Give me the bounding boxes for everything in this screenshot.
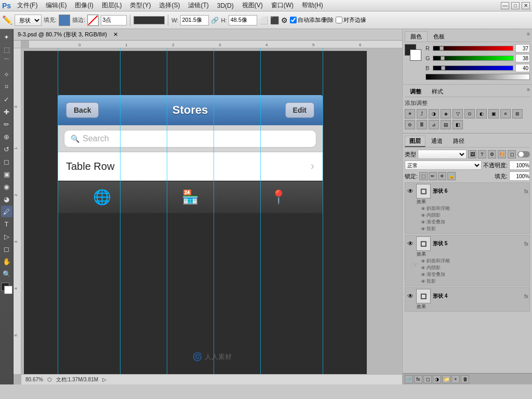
selection-tool[interactable]: ⬚ xyxy=(1,44,12,55)
link-layers-button[interactable]: 🔗 xyxy=(405,375,413,383)
link-icon[interactable]: 🔗 xyxy=(211,17,219,24)
history-tool[interactable]: ↺ xyxy=(1,143,12,155)
menu-window[interactable]: 窗口(W) xyxy=(269,1,296,10)
selective-color-icon[interactable]: ◧ xyxy=(453,120,463,129)
eye-icon-effect1[interactable]: 👁 xyxy=(421,206,425,211)
blur-tool[interactable]: ◉ xyxy=(1,181,12,192)
menu-select[interactable]: 选择(S) xyxy=(157,1,182,10)
eyedropper-tool[interactable]: ✓ xyxy=(1,94,12,105)
tab-location[interactable]: 📍 xyxy=(234,189,323,205)
adjustment-layer-button[interactable]: ◑ xyxy=(433,375,441,383)
opacity-input[interactable] xyxy=(509,161,530,170)
align-icon2[interactable]: ⬛ xyxy=(270,16,279,24)
fx-label-shape4[interactable]: fx xyxy=(524,294,528,299)
eye-icon-shape5[interactable]: 👁 xyxy=(406,240,415,248)
channelmix-icon[interactable]: ≡ xyxy=(500,109,511,118)
swatches-tab[interactable]: 色板 xyxy=(428,31,450,42)
layer-item-shape5-header[interactable]: 👁 🔲 形状 5 fx xyxy=(406,236,528,251)
filter-toggle[interactable] xyxy=(517,151,530,157)
bw-icon[interactable]: ◐ xyxy=(476,109,487,118)
eye-icon-shape4[interactable]: 👁 xyxy=(406,292,415,300)
lock-all-icon[interactable]: 🔒 xyxy=(447,172,456,180)
menu-edit[interactable]: 编辑(E) xyxy=(44,1,69,10)
width-input[interactable] xyxy=(180,15,209,25)
zoom-tool[interactable]: 🔍 xyxy=(1,268,12,280)
eye-icon-shape5-e1[interactable]: 👁 xyxy=(421,259,425,264)
threshold-icon[interactable]: ⊿ xyxy=(429,120,439,129)
eye-icon-shape5-e4[interactable]: 👁 xyxy=(421,279,425,284)
close-button[interactable]: ✕ xyxy=(522,2,530,9)
delete-layer-button[interactable]: 🗑 xyxy=(461,375,469,383)
add-style-button[interactable]: fx xyxy=(414,375,422,383)
gradient-map-icon[interactable]: ▤ xyxy=(441,120,451,129)
filter-icon4[interactable]: 🎨 xyxy=(498,150,506,158)
maximize-button[interactable]: □ xyxy=(511,2,520,9)
lock-pixels-icon[interactable]: ✏ xyxy=(429,172,437,180)
brush-tool[interactable]: ✏ xyxy=(1,118,12,130)
pen-tool[interactable]: 🖊 xyxy=(1,206,12,217)
add-mask-button[interactable]: ◻ xyxy=(423,375,432,383)
back-button[interactable]: Back xyxy=(66,102,99,118)
menu-3d[interactable]: 3D(D) xyxy=(215,2,236,9)
r-slider[interactable] xyxy=(433,46,513,51)
tab-store[interactable]: 🏪 xyxy=(146,189,234,205)
path-tool[interactable]: ▷ xyxy=(1,231,12,242)
colormatch-icon[interactable]: ⊞ xyxy=(512,109,523,118)
clone-tool[interactable]: ⊕ xyxy=(1,131,12,142)
move-tool[interactable]: ✦ xyxy=(1,31,12,43)
eraser-tool[interactable]: ◻ xyxy=(1,156,12,167)
filter-icon5[interactable]: ◻ xyxy=(508,150,516,158)
eye-icon-effect3[interactable]: 👁 xyxy=(421,220,425,225)
eye-icon-effect4[interactable]: 👁 xyxy=(421,227,425,232)
dodge-tool[interactable]: ◕ xyxy=(1,193,12,205)
styles-tab[interactable]: 样式 xyxy=(427,87,448,97)
stroke-swatch[interactable] xyxy=(87,15,99,26)
menu-type[interactable]: 类型(Y) xyxy=(128,1,153,10)
height-input[interactable] xyxy=(229,15,257,25)
menu-view[interactable]: 视图(V) xyxy=(240,1,265,10)
adj-panel-options[interactable]: ≡ xyxy=(527,87,530,92)
nav-arrow[interactable]: ▷ xyxy=(102,377,107,382)
filter-select[interactable] xyxy=(418,150,467,159)
vibrance-icon[interactable]: ◈ xyxy=(441,109,451,118)
search-input-field[interactable]: 🔍 Search xyxy=(64,130,316,148)
foreground-bg-swatch[interactable] xyxy=(1,283,12,294)
shape-tool[interactable]: ◻ xyxy=(1,243,12,255)
hsl-icon[interactable]: ▽ xyxy=(453,109,463,118)
eye-icon-shape6[interactable]: 👁 xyxy=(406,187,415,195)
g-value[interactable] xyxy=(515,54,530,62)
canvas-area[interactable]: 9-3.psd @ 80.7% (形状 3, RGB/8#) ✕ 0 1 2 3… xyxy=(14,29,402,384)
magic-wand-tool[interactable]: ✧ xyxy=(1,69,12,80)
paths-tab[interactable]: 路径 xyxy=(448,136,469,147)
menu-help[interactable]: 帮助(H) xyxy=(300,1,325,10)
fx-label-shape6[interactable]: fx xyxy=(524,189,528,194)
colorbalance-icon[interactable]: ⊙ xyxy=(464,109,475,118)
gradient-tool[interactable]: ▣ xyxy=(1,168,12,180)
shape-select[interactable]: 形状 xyxy=(15,15,42,26)
settings-icon[interactable]: ⚙ xyxy=(281,16,288,24)
layers-tab[interactable]: 图层 xyxy=(405,136,425,147)
color-panel-options[interactable]: ≡ xyxy=(527,31,530,37)
new-group-button[interactable]: 📁 xyxy=(442,375,450,383)
curves-icon[interactable]: ⤴ xyxy=(417,109,427,118)
r-value[interactable] xyxy=(515,44,530,52)
filter-icon3[interactable]: ⚙ xyxy=(488,150,496,158)
align-edges-checkbox[interactable]: 对齐边缘 xyxy=(336,16,366,24)
lasso-tool[interactable]: ⌒ xyxy=(1,56,12,68)
grayscale-bar[interactable] xyxy=(425,74,530,80)
crop-tool[interactable]: ⌗ xyxy=(1,81,12,92)
layer-item-shape6-header[interactable]: 👁 🔲 形状 6 fx xyxy=(406,184,528,198)
brightness-icon[interactable]: ☀ xyxy=(405,109,415,118)
menu-layer[interactable]: 图层(L) xyxy=(100,1,124,10)
new-layer-button[interactable]: + xyxy=(451,375,460,383)
fx-label-shape5[interactable]: fx xyxy=(524,241,528,247)
edit-button[interactable]: Edit xyxy=(285,102,314,118)
stroke-size-input[interactable] xyxy=(101,15,127,25)
g-slider[interactable] xyxy=(433,56,513,61)
eye-icon-shape5-e3[interactable]: 👁 xyxy=(421,272,425,277)
line-style[interactable] xyxy=(134,16,165,24)
healing-tool[interactable]: ✚ xyxy=(1,106,12,117)
menu-file[interactable]: 文件(F) xyxy=(15,1,39,10)
b-slider[interactable] xyxy=(433,65,513,71)
menu-image[interactable]: 图像(I) xyxy=(73,1,95,10)
